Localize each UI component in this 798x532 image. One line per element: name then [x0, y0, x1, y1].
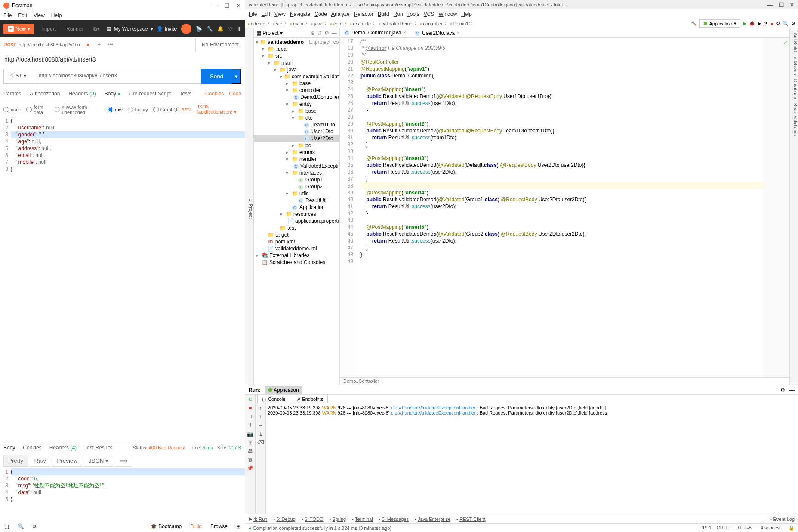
bottom-tab[interactable]: ▶ 4: Run	[249, 516, 267, 522]
browse-button[interactable]: Browse	[210, 523, 228, 529]
menu-file[interactable]: File	[3, 12, 12, 18]
tree-item[interactable]: ▾📁utils	[254, 190, 339, 197]
tree-item[interactable]: ▾📁java	[254, 66, 339, 73]
pin-icon[interactable]: 📌	[247, 465, 253, 471]
collapse-icon[interactable]: ⇵	[317, 30, 322, 36]
tree-item[interactable]: 📄application.properties	[254, 218, 339, 224]
project-tree[interactable]: ▾📁 validateddemo E:\project_code\validat…	[254, 38, 339, 385]
tree-item[interactable]: ▸📁enums	[254, 149, 339, 156]
request-body-editor[interactable]: 12345678 { "username": null, "gender": "…	[0, 117, 245, 442]
breadcrumb-item[interactable]: 〉▪example	[344, 20, 371, 27]
workspace-selector[interactable]: ▦ My Workspace ▾	[106, 26, 153, 32]
resp-tab-body[interactable]: Body	[3, 445, 15, 451]
resp-tab-cookies[interactable]: Cookies	[23, 445, 41, 451]
editor-minimap[interactable]: ✓	[764, 38, 789, 377]
preview-button[interactable]: Preview	[52, 455, 82, 467]
menu-window[interactable]: Window	[438, 11, 457, 17]
tree-item[interactable]: ▾📁main	[254, 59, 339, 66]
wins-icon[interactable]: ⧉	[33, 523, 37, 529]
camera-icon[interactable]: 📷	[247, 431, 253, 437]
radio-none[interactable]: none	[3, 107, 21, 112]
update-icon[interactable]: ↻	[776, 21, 780, 26]
status-item[interactable]: 19:1	[702, 525, 711, 531]
menu-view[interactable]: View	[274, 11, 286, 17]
open-new-icon[interactable]: ⧉▾	[90, 24, 103, 34]
runner-button[interactable]: Runner	[63, 24, 86, 34]
tree-item[interactable]: ▾📁entity	[254, 101, 339, 108]
tree-item[interactable]: CTeam1Dto	[254, 121, 339, 128]
console-icon[interactable]: ▢	[4, 523, 9, 529]
event-log[interactable]: ◦ Event Log	[770, 517, 795, 522]
menu-navigate[interactable]: Navigate	[290, 11, 310, 17]
add-tab-button[interactable]: +	[94, 38, 104, 51]
radio-urlencoded[interactable]: x-www-form-urlencoded	[55, 105, 102, 115]
breadcrumb-item[interactable]: 〉▪validateddemo	[373, 20, 412, 27]
run-hide-icon[interactable]: —	[789, 387, 795, 393]
target-icon[interactable]: ⊕	[311, 30, 315, 36]
menu-run[interactable]: Run	[394, 11, 403, 17]
pretty-button[interactable]: Pretty	[3, 455, 28, 467]
radio-raw[interactable]: raw	[108, 107, 123, 112]
tree-item[interactable]: ▾📁src	[254, 52, 339, 59]
profile-icon[interactable]: ◔	[764, 21, 768, 26]
tree-item[interactable]: ▾📁.idea	[254, 46, 339, 52]
tab-body[interactable]: Body ●	[105, 89, 121, 98]
status-item[interactable]: CRLF ÷	[717, 525, 733, 531]
breadcrumb-item[interactable]: 〉▪controller	[414, 20, 443, 27]
find-icon[interactable]: 🔍	[18, 523, 24, 529]
menu-view[interactable]: View	[34, 12, 45, 18]
status-item[interactable]: UTF-8 ÷	[738, 525, 755, 531]
menu-analyze[interactable]: Analyze	[331, 11, 350, 17]
tab-tests[interactable]: Tests	[179, 89, 191, 98]
menu-edit[interactable]: Edit	[261, 11, 270, 17]
menu-help[interactable]: Help	[461, 11, 472, 17]
breadcrumb-item[interactable]: 〉▪src	[267, 20, 283, 27]
tree-item[interactable]: ▸📁po	[254, 142, 339, 149]
clear-icon[interactable]: ⌫	[257, 440, 264, 446]
run-config-select[interactable]: ⬢ Application ▾	[699, 19, 741, 28]
menu-build[interactable]: Build	[378, 11, 389, 17]
response-body-editor[interactable]: 12345 { "code": 6, "msg": "性别不能为空! 地址不能为…	[0, 468, 245, 520]
heart-icon[interactable]: ♡	[228, 26, 233, 32]
run-icon[interactable]: ▶	[743, 21, 746, 26]
tree-item[interactable]: ▾📁controller	[254, 87, 339, 94]
bottom-tab[interactable]: ▪ 6: TODO	[302, 517, 324, 522]
endpoints-tab[interactable]: ↗ Endpoints	[292, 395, 328, 403]
tree-item[interactable]: ▾📁dto	[254, 114, 339, 121]
json-select[interactable]: JSON ▾	[84, 455, 113, 467]
tab-authorization[interactable]: Authorization	[30, 89, 60, 98]
structure-icon[interactable]: ⚙	[791, 21, 795, 26]
editor-tab[interactable]: CUser2Dto.java×	[410, 28, 464, 37]
tree-item[interactable]: 📄validateddemo.iml	[254, 245, 339, 252]
minimize-icon[interactable]: —	[767, 1, 773, 8]
hide-icon[interactable]: —	[332, 30, 337, 36]
scroll-icon[interactable]: ⤓	[259, 431, 263, 437]
exit-icon[interactable]: ⤴	[249, 422, 252, 428]
left-tool-strip[interactable]: 1: Project	[245, 28, 254, 385]
tree-item[interactable]: ▾📁handler	[254, 156, 339, 163]
bell-icon[interactable]: 🔔	[217, 26, 224, 32]
tree-item[interactable]: CResultUtil	[254, 197, 339, 204]
tree-item[interactable]: CDemo1Controller	[254, 94, 339, 101]
build-button[interactable]: Build	[190, 523, 202, 529]
breadcrumb-item[interactable]: 〉▪Demo1C	[444, 20, 472, 27]
wrap-button[interactable]: ⟹	[115, 455, 132, 467]
satellite-icon[interactable]: 📡	[196, 26, 202, 32]
stop-icon[interactable]: ■	[770, 21, 773, 26]
tab-prerequest[interactable]: Pre-request Script	[129, 89, 171, 98]
radio-formdata[interactable]: form-data	[26, 105, 49, 115]
right-tool-strip[interactable]: Ant Build m Maven Database Bean Validati…	[789, 28, 798, 385]
import-button[interactable]: Import	[38, 24, 59, 34]
tree-item[interactable]: ▾📁interfaces	[254, 169, 339, 176]
tree-item[interactable]: 📁target	[254, 231, 339, 238]
breadcrumb-item[interactable]: ▪ddemo	[248, 21, 265, 26]
console-output[interactable]: 2020-09-05 23:33:19.398 WARN 928 --- [ni…	[266, 403, 798, 514]
resp-tab-headers[interactable]: Headers (4)	[49, 445, 77, 451]
wrench-icon[interactable]: 🔧	[206, 26, 213, 32]
menu-vcs[interactable]: VCS	[424, 11, 434, 17]
menu-file[interactable]: File	[249, 11, 257, 17]
menu-refactor[interactable]: Refactor	[354, 11, 373, 17]
cookies-link[interactable]: Cookies	[205, 91, 224, 97]
bootcamp-button[interactable]: 🎓 Bootcamp	[151, 523, 182, 529]
tree-item[interactable]: ▾📁resources	[254, 211, 339, 218]
